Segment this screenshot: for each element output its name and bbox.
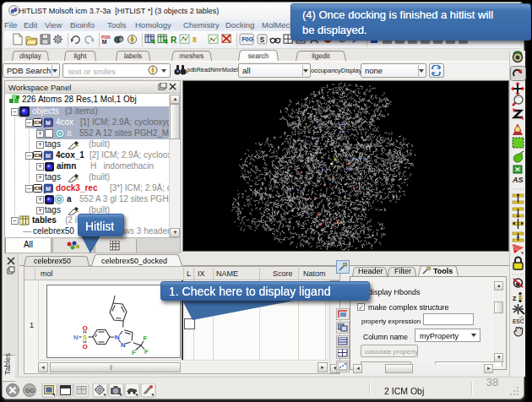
svg-text:R: R	[171, 35, 177, 45]
svg-text:M: M	[46, 153, 51, 159]
svg-text:M: M	[46, 186, 51, 192]
svg-text:M: M	[46, 120, 51, 126]
svg-text:O: O	[82, 343, 87, 350]
svg-text:8: 8	[193, 35, 197, 44]
svg-text:z: z	[513, 294, 517, 302]
svg-text:N: N	[121, 341, 126, 349]
svg-text:S: S	[83, 334, 88, 341]
svg-text:ICM: ICM	[34, 120, 41, 125]
svg-text:F: F	[144, 334, 148, 342]
svg-text:S: S	[260, 35, 265, 44]
svg-text:AS: AS	[512, 176, 524, 184]
svg-text:F0G: F0G	[242, 35, 253, 43]
svg-text:F: F	[144, 348, 149, 356]
svg-text:M: M	[102, 39, 107, 45]
svg-text:ICM: ICM	[34, 153, 41, 158]
svg-text:N: N	[115, 334, 120, 341]
svg-text:O: O	[82, 324, 87, 332]
svg-text:ESC: ESC	[513, 318, 524, 324]
svg-text:N: N	[73, 334, 79, 341]
svg-text:F: F	[132, 349, 136, 356]
svg-text:ICM: ICM	[34, 186, 41, 191]
svg-text:GO: GO	[25, 388, 35, 394]
